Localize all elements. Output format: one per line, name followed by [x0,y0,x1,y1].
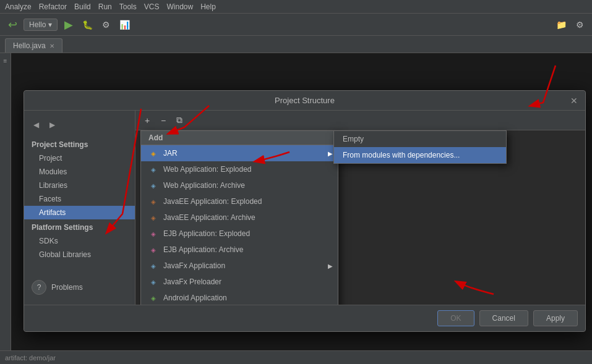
back-button[interactable]: ↩ [5,17,20,32]
apply-button[interactable]: Apply [533,310,578,326]
dialog-close-button[interactable]: ✕ [568,95,580,107]
javafx-submenu-arrow: ▶ [328,263,333,269]
project-name: Hello [29,20,46,29]
ejb-exploded-icon: ◈ [148,229,158,239]
javafx-preloader-icon: ◈ [148,277,158,287]
project-dropdown-arrow: ▾ [48,20,52,29]
sidebar-nav: ◀ ▶ [24,116,135,137]
dropdown-item-web-archive[interactable]: ◈ Web Application: Archive [141,177,338,193]
debug-button[interactable]: 🐛 [80,17,95,32]
menu-refactor[interactable]: Refactor [39,2,67,11]
sidebar-item-facets[interactable]: Facets [24,192,135,206]
sidebar-item-sdks[interactable]: SDKs [24,234,135,248]
dropdown-item-javaee-archive[interactable]: ◈ JavaEE Application: Archive [141,210,338,226]
dialog-footer: OK Cancel Apply [24,305,585,331]
toolbar: ↩ Hello ▾ ▶ 🐛 ⚙ 📊 📁 ⚙ [0,14,592,36]
sidebar-item-project[interactable]: Project [24,151,135,165]
menu-analyze[interactable]: Analyze [5,2,32,11]
submenu-item-from-modules[interactable]: From modules with dependencies... [334,147,506,163]
menu-window[interactable]: Window [166,2,193,11]
ok-button[interactable]: OK [437,310,474,326]
main-content: Project Structure ✕ ◀ ▶ Project Settings… [11,53,592,350]
dropdown-item-jar[interactable]: ◈ JAR ▶ [141,145,338,161]
add-dropdown-header: Add [141,131,338,145]
project-structure-dialog: Project Structure ✕ ◀ ▶ Project Settings… [24,90,586,332]
nav-forward-button[interactable]: ▶ [45,118,59,132]
menu-bar: Analyze Refactor Build Run Tools VCS Win… [0,0,592,14]
tab-bar: Hello.java ✕ [0,36,592,53]
dropdown-item-javafx[interactable]: ◈ JavaFx Application ▶ [141,258,338,274]
bottom-bar: artifact: demo/jar [0,350,592,364]
settings-button[interactable]: ⚙ [572,17,587,32]
dropdown-item-javafx-preloader[interactable]: ◈ JavaFx Preloader [141,274,338,290]
dropdown-item-ejb-exploded[interactable]: ◈ EJB Application: Exploded [141,226,338,242]
menu-help[interactable]: Help [200,2,216,11]
web-archive-icon: ◈ [148,180,158,190]
add-dropdown-menu: Add ◈ JAR ▶ ◈ Web Application: Exploded … [140,130,338,305]
web-exploded-icon: ◈ [148,164,158,174]
menu-vcs[interactable]: VCS [144,2,160,11]
android-icon: ◈ [148,293,158,303]
ejb-archive-icon: ◈ [148,245,158,255]
menu-build[interactable]: Build [74,2,91,11]
dropdown-item-web-exploded[interactable]: ◈ Web Application: Exploded [141,161,338,177]
sidebar-item-global-libraries[interactable]: Global Libraries [24,248,135,261]
menu-run[interactable]: Run [98,2,112,11]
dropdown-item-javaee-exploded[interactable]: ◈ JavaEE Application: Exploded [141,193,338,210]
sidebar-item-libraries[interactable]: Libraries [24,179,135,192]
bottom-bar-text: artifact: demo/jar [5,354,56,362]
copy-button[interactable]: ⧉ [173,114,186,127]
nav-back-button[interactable]: ◀ [29,118,43,132]
jar-submenu: Empty From modules with dependencies... [333,130,507,164]
tab-label: Hello.java [13,41,46,50]
javaee-archive-icon: ◈ [148,213,158,222]
left-panel-icon[interactable]: ≡ [1,56,11,66]
project-structure-button[interactable]: 📁 [554,17,568,32]
cancel-button[interactable]: Cancel [479,310,528,326]
jar-submenu-arrow: ▶ [328,150,333,157]
add-button[interactable]: + [140,114,154,127]
submenu-item-empty[interactable]: Empty [334,131,506,147]
remove-button[interactable]: − [157,114,170,127]
dialog-title: Project Structure [275,96,335,105]
dialog-main: + − ⧉ Add ◈ JAR ▶ ◈ Web Application: Exp… [135,111,585,305]
jar-icon: ◈ [148,148,158,158]
left-panel: ≡ [0,53,11,364]
problems-label: Problems [51,283,83,292]
menu-tools[interactable]: Tools [119,2,137,11]
sidebar-item-artifacts[interactable]: Artifacts [24,206,135,219]
sidebar: ◀ ▶ Project Settings Project Modules Lib… [24,111,135,305]
dialog-body: ◀ ▶ Project Settings Project Modules Lib… [24,111,585,305]
profile-button[interactable]: 📊 [117,17,132,32]
javaee-exploded-icon: ◈ [148,197,158,206]
project-selector[interactable]: Hello ▾ [24,19,58,31]
run-button[interactable]: ▶ [61,17,76,32]
help-button[interactable]: ? [32,280,46,295]
platform-settings-header: Platform Settings [24,219,135,234]
dropdown-item-android[interactable]: ◈ Android Application [141,290,338,305]
dialog-toolbar: + − ⧉ [135,111,585,130]
dialog-title-bar: Project Structure ✕ [24,91,585,111]
build-button[interactable]: ⚙ [98,17,113,32]
tab-close-icon[interactable]: ✕ [49,43,54,49]
tab-hello-java[interactable]: Hello.java ✕ [5,38,62,53]
project-settings-header: Project Settings [24,137,135,151]
dropdown-item-ejb-archive[interactable]: ◈ EJB Application: Archive [141,242,338,258]
sidebar-item-modules[interactable]: Modules [24,165,135,179]
javafx-icon: ◈ [148,261,158,271]
